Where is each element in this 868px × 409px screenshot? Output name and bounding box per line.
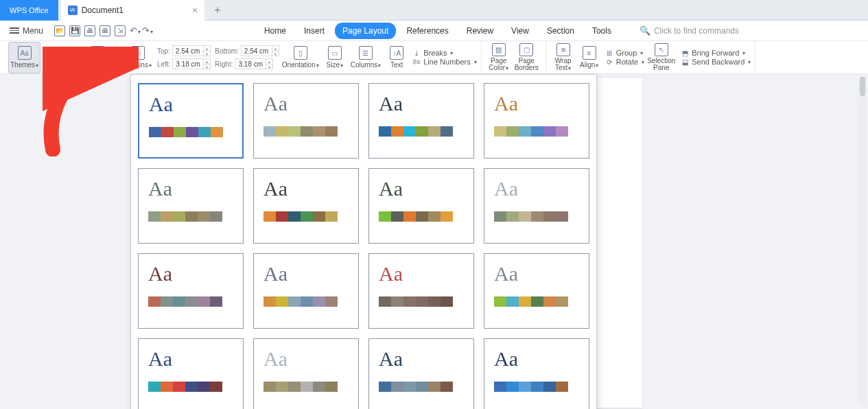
theme-option[interactable]: Aa bbox=[484, 253, 589, 329]
tab-review[interactable]: Review bbox=[459, 23, 501, 39]
close-tab-icon[interactable]: × bbox=[192, 5, 198, 16]
vertical-scrollbar[interactable] bbox=[859, 75, 866, 406]
app-badge: WPS Office bbox=[0, 0, 58, 21]
print-preview-icon[interactable]: 🖶 bbox=[99, 25, 110, 36]
tab-insert[interactable]: Insert bbox=[296, 23, 332, 39]
theme-option[interactable]: Aa bbox=[368, 253, 474, 329]
bring-forward-button[interactable]: ⬒Bring Forward▾ bbox=[681, 49, 751, 57]
scrollbar-thumb[interactable] bbox=[860, 77, 865, 96]
theme-color-row bbox=[494, 296, 579, 307]
breaks-icon: ⤓ bbox=[412, 49, 421, 57]
page-color-label2: Color bbox=[489, 64, 505, 71]
theme-option[interactable]: Aa bbox=[138, 168, 244, 244]
theme-color-row bbox=[263, 211, 349, 222]
theme-preview-text: Aa bbox=[494, 178, 579, 199]
tab-page-layout[interactable]: Page Layout bbox=[335, 23, 396, 39]
theme-preview-text: Aa bbox=[379, 264, 464, 284]
group-button[interactable]: ⊞Group▾ bbox=[605, 49, 644, 57]
margin-top-input[interactable]: 2.54 cm▴▾ bbox=[172, 45, 211, 56]
theme-color-row bbox=[148, 211, 233, 222]
theme-color-row bbox=[379, 296, 464, 307]
fonts-button[interactable]: AaFonts▾ bbox=[43, 58, 82, 66]
spinner-icon[interactable]: ▴▾ bbox=[203, 59, 210, 69]
menu-button[interactable]: Menu bbox=[5, 24, 47, 38]
orientation-button[interactable]: ▯Orientation▾ bbox=[279, 42, 322, 73]
theme-option[interactable]: Aa bbox=[253, 253, 359, 329]
align-icon: ≡ bbox=[583, 46, 596, 60]
theme-option[interactable]: Aa bbox=[138, 253, 244, 329]
theme-color-row bbox=[148, 382, 233, 392]
new-tab-button[interactable]: + bbox=[214, 4, 220, 16]
line-numbers-label: Line Numbers bbox=[423, 58, 470, 66]
theme-preview-text: Aa bbox=[149, 94, 233, 115]
theme-preview-text: Aa bbox=[263, 93, 349, 114]
spinner-icon[interactable]: ▴▾ bbox=[203, 46, 210, 56]
colors-label: Colors bbox=[54, 49, 76, 57]
size-button[interactable]: ▭Size▾ bbox=[322, 42, 348, 73]
wrap-text-button[interactable]: ≋WrapText▾ bbox=[550, 42, 576, 73]
theme-option[interactable]: Aa bbox=[253, 83, 359, 159]
redo-button[interactable]: ↷▾ bbox=[142, 25, 153, 36]
theme-option[interactable]: Aa bbox=[484, 168, 589, 244]
text-direction-label: Text bbox=[390, 61, 403, 69]
spinner-icon[interactable]: ▴▾ bbox=[266, 59, 272, 69]
breaks-label: Breaks bbox=[423, 49, 447, 57]
command-search[interactable]: 🔍 Click to find commands bbox=[640, 25, 739, 36]
margin-left-value: 3.18 cm bbox=[176, 60, 200, 68]
document-tab[interactable]: W Document1 × bbox=[61, 0, 205, 21]
theme-option[interactable]: Aa bbox=[368, 338, 474, 409]
theme-option[interactable]: Aa bbox=[253, 338, 359, 409]
line-numbers-button[interactable]: #≡Line Numbers▾ bbox=[412, 58, 476, 66]
theme-color-row bbox=[494, 382, 579, 392]
print-icon[interactable]: 🖶 bbox=[84, 25, 95, 36]
theme-option[interactable]: Aa bbox=[253, 168, 359, 244]
send-backward-button[interactable]: ⬓Send Backward▾ bbox=[681, 58, 751, 66]
page-borders-label2: Borders bbox=[515, 64, 539, 71]
page-color-button[interactable]: ▧PageColor▾ bbox=[486, 42, 512, 73]
selection-pane-button[interactable]: ↖SelectionPane bbox=[644, 42, 678, 73]
margins-button[interactable]: ▭ Margins▾ bbox=[121, 42, 154, 73]
margin-bottom-input[interactable]: 2.54 cm▴▾ bbox=[241, 45, 279, 56]
colors-button[interactable]: ◧Colors▾ bbox=[43, 49, 82, 57]
theme-preview-text: Aa bbox=[263, 264, 349, 284]
theme-option[interactable]: Aa bbox=[368, 83, 474, 159]
tab-references[interactable]: References bbox=[399, 23, 456, 39]
theme-color-row bbox=[148, 296, 233, 307]
margin-right-input[interactable]: 3.18 cm▴▾ bbox=[235, 58, 273, 69]
theme-option[interactable]: Aa bbox=[484, 83, 589, 159]
theme-option[interactable]: Aa bbox=[484, 338, 589, 409]
tab-home[interactable]: Home bbox=[257, 23, 294, 39]
page-borders-label1: Page bbox=[519, 57, 535, 65]
theme-option[interactable]: Aa bbox=[368, 168, 474, 244]
orientation-label: Orientation bbox=[282, 61, 316, 69]
save-icon[interactable]: 💾 bbox=[69, 25, 80, 36]
page-borders-icon: ▢ bbox=[519, 43, 533, 56]
effects-button[interactable]: ◎ Effects▾ bbox=[82, 42, 112, 73]
theme-option[interactable]: Aa bbox=[138, 338, 244, 409]
rotate-button[interactable]: ⟳Rotate▾ bbox=[605, 58, 644, 66]
quick-access-toolbar: 📂 💾 🖶 🖶 ⇲ bbox=[54, 25, 126, 36]
orientation-icon: ▯ bbox=[294, 46, 307, 60]
themes-button[interactable]: Aa Themes▾ bbox=[8, 42, 40, 73]
spinner-icon[interactable]: ▴▾ bbox=[272, 46, 279, 56]
columns-button[interactable]: ☰Columns▾ bbox=[348, 42, 384, 73]
margin-left-input[interactable]: 3.18 cm▴▾ bbox=[172, 58, 211, 69]
tab-section[interactable]: Section bbox=[539, 23, 582, 39]
theme-option[interactable]: Aa bbox=[138, 83, 244, 159]
export-icon[interactable]: ⇲ bbox=[115, 25, 126, 36]
theme-color-row bbox=[494, 211, 579, 222]
margins-inputs: Top:2.54 cm▴▾ Left:3.18 cm▴▾ Bottom:2.54… bbox=[157, 45, 279, 69]
rotate-label: Rotate bbox=[616, 58, 638, 66]
tab-tools[interactable]: Tools bbox=[585, 23, 619, 39]
text-direction-button[interactable]: ↕AText bbox=[384, 42, 410, 73]
tab-view[interactable]: View bbox=[504, 23, 537, 39]
page-borders-button[interactable]: ▢PageBorders bbox=[512, 42, 541, 73]
open-icon[interactable]: 📂 bbox=[54, 25, 65, 36]
theme-preview-text: Aa bbox=[379, 93, 464, 114]
margins-icon: ▭ bbox=[131, 46, 145, 60]
undo-button[interactable]: ↶▾ bbox=[130, 25, 141, 36]
effects-icon: ◎ bbox=[91, 46, 104, 60]
selection-pane-label1: Selection bbox=[647, 57, 675, 65]
breaks-button[interactable]: ⤓Breaks▾ bbox=[412, 49, 476, 57]
align-button[interactable]: ≡Align▾ bbox=[576, 42, 602, 73]
